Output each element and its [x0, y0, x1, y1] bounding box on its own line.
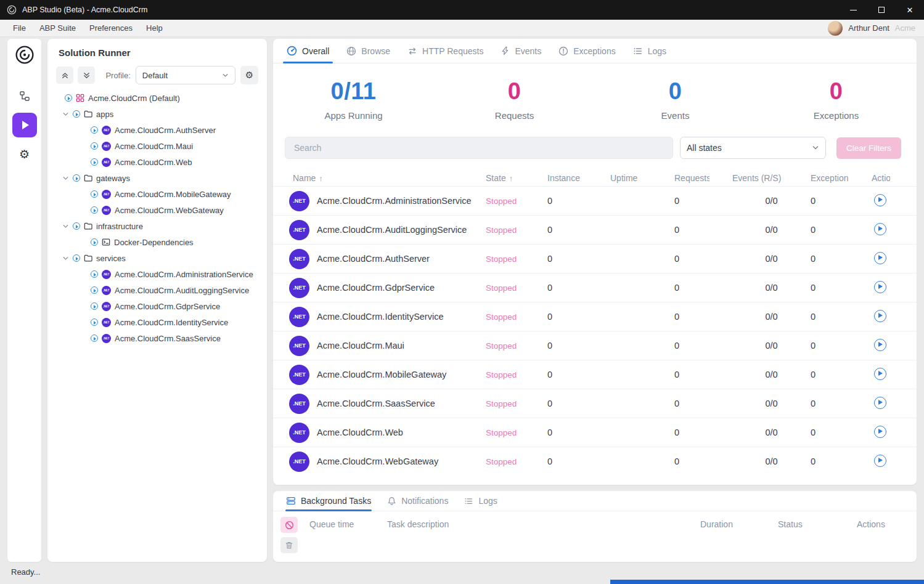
dotnet-icon: .NET [289, 365, 309, 385]
start-app-button[interactable] [874, 339, 886, 351]
state-badge: Stopped [486, 399, 517, 408]
table-row[interactable]: .NETAcme.CloudCrm.SaasService Stopped 0 … [273, 389, 917, 418]
menu-item-file[interactable]: File [6, 23, 33, 33]
start-app-button[interactable] [874, 310, 886, 322]
tab-http-requests[interactable]: HTTP Requests [399, 39, 492, 63]
table-row[interactable]: .NETAcme.CloudCrm.Maui Stopped 0 0 0/0 0 [273, 331, 917, 360]
tab-label: Overall [302, 46, 329, 56]
tree-group-services[interactable]: services [47, 250, 267, 266]
tree-item[interactable]: .NET Acme.CloudCrm.AuthServer [47, 122, 267, 138]
maximize-button[interactable] [867, 0, 896, 20]
play-circle-icon [91, 318, 98, 326]
start-app-button[interactable] [874, 281, 886, 293]
start-app-button[interactable] [874, 194, 886, 206]
table-row[interactable]: .NETAcme.CloudCrm.Web Stopped 0 0 0/0 0 [273, 418, 917, 447]
tree-root-item[interactable]: Acme.CloudCrm (Default) [47, 90, 267, 106]
start-app-button[interactable] [874, 252, 886, 264]
list-icon [633, 46, 643, 56]
bottom-tabs: Background Tasks Notifications Logs [273, 491, 917, 511]
clear-tasks-button[interactable] [280, 537, 298, 553]
tab-exceptions[interactable]: Exceptions [550, 39, 624, 63]
table-row[interactable]: .NETAcme.CloudCrm.AdministrationService … [273, 186, 917, 215]
tree-item[interactable]: .NET Acme.CloudCrm.Maui [47, 138, 267, 154]
tab-browse[interactable]: Browse [338, 39, 399, 63]
tab-label: HTTP Requests [422, 46, 483, 56]
table-row[interactable]: .NETAcme.CloudCrm.AuditLoggingService St… [273, 215, 917, 244]
start-app-button[interactable] [874, 397, 886, 409]
arrows-exchange-icon [407, 46, 417, 56]
table-row[interactable]: .NETAcme.CloudCrm.AuthServer Stopped 0 0… [273, 244, 917, 273]
stat-events: 0 Events [595, 78, 756, 121]
column-exceptions: Exceptions [811, 173, 872, 183]
rail-item-settings[interactable]: ⚙ [19, 147, 30, 161]
close-icon: ✕ [907, 6, 914, 14]
play-circle-icon [73, 174, 80, 182]
events-count: 0/0 [732, 254, 811, 264]
events-count: 0/0 [732, 456, 811, 466]
service-name: Acme.CloudCrm.AuditLoggingService [317, 225, 467, 235]
dotnet-icon: .NET [102, 158, 111, 167]
menu-item-preferences[interactable]: Preferences [83, 23, 139, 33]
menu-item-help[interactable]: Help [139, 23, 170, 33]
tree-group-infrastructure[interactable]: infrastructure [47, 218, 267, 234]
start-app-button[interactable] [874, 455, 886, 467]
table-row[interactable]: .NETAcme.CloudCrm.MobileGateway Stopped … [273, 360, 917, 389]
state-badge: Stopped [486, 197, 517, 206]
filter-row: All states Clear Filters [285, 137, 905, 159]
stat-requests: 0 Requests [434, 78, 595, 121]
minimize-button[interactable] [839, 0, 867, 20]
events-count: 0/0 [732, 225, 811, 235]
column-queue-time: Queue time [309, 519, 354, 529]
cancel-tasks-button[interactable] [280, 517, 298, 533]
chevrons-down-icon [83, 71, 91, 79]
table-row[interactable]: .NETAcme.CloudCrm.IdentityService Stoppe… [273, 302, 917, 331]
tab-label: Logs [478, 496, 497, 506]
tree-item[interactable]: .NET Acme.CloudCrm.WebGateway [47, 202, 267, 218]
start-app-button[interactable] [874, 426, 886, 438]
dotnet-icon: .NET [102, 190, 111, 199]
rail-item-solution-explorer[interactable] [19, 91, 30, 104]
tree-group-gateways[interactable]: gateways [47, 170, 267, 186]
tab-notifications[interactable]: Notifications [379, 491, 456, 511]
column-name[interactable]: Name ↑ [293, 173, 486, 183]
stat-label: Exceptions [756, 110, 917, 121]
profile-select[interactable]: Default [136, 66, 235, 84]
tab-label: Browse [361, 46, 390, 56]
menu-item-abp-suite[interactable]: ABP Suite [33, 23, 83, 33]
table-row[interactable]: .NETAcme.CloudCrm.GdprService Stopped 0 … [273, 273, 917, 302]
title-bar: ABP Studio (Beta) - Acme.CloudCrm ✕ [0, 0, 924, 20]
expand-all-button[interactable] [78, 67, 95, 84]
start-app-button[interactable] [874, 368, 886, 380]
tree-item[interactable]: .NET Acme.CloudCrm.IdentityService [47, 314, 267, 330]
collapse-all-button[interactable] [56, 67, 73, 84]
tree-group-apps[interactable]: apps [47, 106, 267, 122]
clear-filters-button[interactable]: Clear Filters [836, 137, 901, 159]
user-avatar[interactable] [828, 21, 843, 36]
tree-item[interactable]: .NET Acme.CloudCrm.AdministrationService [47, 266, 267, 282]
tree-item[interactable]: .NET Acme.CloudCrm.MobileGateway [47, 186, 267, 202]
profile-settings-button[interactable]: ⚙ [240, 66, 258, 84]
tree-item[interactable]: .NET Acme.CloudCrm.GdprService [47, 298, 267, 314]
tree-item[interactable]: .NET Acme.CloudCrm.Web [47, 154, 267, 170]
tree-group-label: apps [96, 110, 113, 119]
tab-logs-bottom[interactable]: Logs [456, 491, 505, 511]
close-button[interactable]: ✕ [896, 0, 924, 20]
tab-overall[interactable]: Overall [278, 39, 338, 63]
tab-background-tasks[interactable]: Background Tasks [278, 491, 379, 511]
window-title: ABP Studio (Beta) - Acme.CloudCrm [22, 6, 147, 14]
tree-item[interactable]: .NET Acme.CloudCrm.AuditLoggingService [47, 282, 267, 298]
tab-label: Logs [648, 46, 666, 56]
state-filter-select[interactable]: All states [680, 137, 826, 159]
tree-item[interactable]: .NET Acme.CloudCrm.SaasService [47, 330, 267, 346]
tab-events[interactable]: Events [492, 39, 550, 63]
exceptions-count: 0 [811, 196, 872, 206]
tree-item[interactable]: Docker-Dependencies [47, 234, 267, 250]
rail-item-solution-runner[interactable] [12, 113, 37, 137]
tab-logs[interactable]: Logs [624, 39, 675, 63]
table-row[interactable]: .NETAcme.CloudCrm.WebGateway Stopped 0 0… [273, 447, 917, 476]
start-app-button[interactable] [874, 223, 886, 235]
dotnet-icon: .NET [289, 307, 309, 327]
search-input[interactable] [285, 137, 673, 159]
dotnet-icon: .NET [102, 126, 111, 135]
column-state[interactable]: State ↑ [486, 173, 547, 183]
